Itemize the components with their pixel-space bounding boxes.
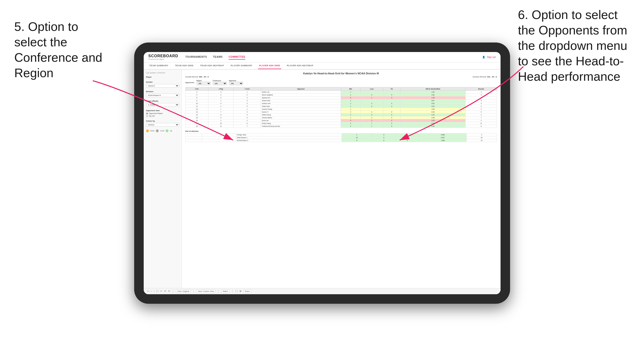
gender-section: Gender Women's (146, 81, 179, 88)
forward-icon[interactable]: › (154, 290, 154, 292)
radio-opponents-played[interactable]: Opponents Played (146, 113, 179, 115)
cell-diff: 4.00 (400, 102, 466, 105)
out-of-division-label: Out of division (185, 130, 497, 132)
cell-opponent: Alexis Sudjianto (261, 93, 341, 96)
share-btn[interactable]: Share (243, 290, 251, 293)
division-label: Division (146, 90, 179, 93)
cell-win: 2 (341, 110, 360, 113)
subnav-player-h2h-heatmap[interactable]: PLAYER H2H HEATMAP (286, 62, 314, 69)
grid-icon[interactable]: ⊞ (240, 290, 242, 292)
cell-conf (219, 139, 236, 142)
crop-icon[interactable]: ⛶ (156, 290, 158, 292)
cell-loss (360, 90, 383, 93)
cell-win: 0 (341, 96, 360, 99)
cell-loss: 0 (372, 136, 396, 139)
opponent-filter-select[interactable]: (All) (229, 82, 243, 85)
table-row: 20117Federica Domecq Lacroze2101.336 (185, 125, 497, 128)
out-of-division-row: Foreign Team1004.5002 (185, 133, 497, 136)
undo-icon[interactable]: ↩ (147, 290, 149, 292)
cell-tie: 0 (383, 113, 400, 116)
cell-diff: -3.00 (400, 108, 466, 110)
cell-loss: 2 (360, 110, 383, 113)
conference-filter-select[interactable]: (All) (213, 82, 227, 85)
player-section: Player (146, 76, 179, 78)
radio-dot-top100 (146, 115, 148, 117)
sub-navigation: TEAM SUMMARY TEAM H2H GRID TEAM H2H HEAT… (144, 62, 500, 70)
cell-reg: 2 (208, 93, 234, 96)
color-down (146, 129, 149, 132)
cell-diff: 7.400 (419, 139, 466, 142)
col-diff: Diff Av Strokes/Rnd (400, 87, 466, 90)
cell-reg: 3 (208, 96, 234, 99)
out-of-division-table: Foreign Team1004.5002NAIA Division 11500… (185, 133, 497, 142)
color-level-label: Level (160, 130, 164, 132)
nav-tournaments[interactable]: TOURNAMENTS (185, 54, 207, 60)
cell-diff: 3.33 (400, 105, 466, 108)
cell-loss (360, 108, 383, 110)
cell-rounds: 9 (466, 110, 497, 113)
cell-rounds: 7 (466, 116, 497, 119)
conference-filter-group: Conference (All) (213, 80, 227, 85)
watch-btn[interactable]: Watch (221, 290, 229, 293)
color-level (156, 129, 159, 132)
subnav-player-summary[interactable]: PLAYER SUMMARY (230, 62, 253, 69)
tablet-screen: SCOREBOARD Powered by clippd TOURNAMENTS… (144, 52, 500, 294)
back-icon[interactable]: ‹ (151, 290, 152, 292)
region-filter-select[interactable]: (All) (196, 82, 211, 85)
cell-div: 13 (185, 108, 208, 110)
cell-rounds: 3 (466, 96, 497, 99)
cell-reg: 6 (208, 102, 234, 105)
cell-loss: 0 (360, 93, 383, 96)
gender-select[interactable]: Women's (146, 84, 179, 88)
cell-div: 19 (185, 122, 208, 125)
refresh-icon[interactable]: ↺ (164, 290, 166, 292)
opponent-view-label: Opponent view (146, 110, 179, 112)
cell-rounds: 4 (466, 113, 497, 116)
view-original-btn[interactable]: View: Original (176, 290, 190, 293)
cell-div (185, 133, 202, 136)
cell-diff: 4.500 (419, 133, 466, 136)
colour-by-select[interactable]: Win/loss (146, 123, 179, 127)
division-select[interactable]: NCAA Division III (146, 94, 179, 97)
table-row: 914Sharon Mun13.673 (185, 99, 497, 102)
cell-rounds: 30 (466, 136, 497, 139)
cell-opponent: Eunice Yi (261, 110, 341, 113)
cell-rounds: 4 (466, 90, 497, 93)
cell-loss: 1 (360, 122, 383, 125)
nav-committee[interactable]: COMMITTEE (228, 54, 246, 60)
tablet-device: SCOREBOARD Powered by clippd TOURNAMENTS… (134, 42, 510, 304)
subnav-team-summary[interactable]: TEAM SUMMARY (148, 62, 170, 69)
cell-tie: 0 (383, 116, 400, 119)
cell-reg (202, 139, 219, 142)
cell-win: 15 (342, 136, 372, 139)
cell-diff: 4.00 (400, 93, 466, 96)
cell-rounds: 6 (466, 125, 497, 128)
col-div: # Div (185, 87, 208, 90)
color-up-label: Up (170, 130, 172, 132)
radio-top100[interactable]: Top 100 (146, 115, 179, 117)
table-row: 522Alexis Sudjianto1004.003 (185, 93, 497, 96)
nav-teams[interactable]: TEAMS (213, 54, 223, 60)
subnav-team-h2h-heatmap[interactable]: TEAM H2H HEATMAP (199, 62, 225, 69)
opponent-view-options: Opponents Played Top 100 (146, 113, 179, 117)
clock-icon[interactable]: ⏱ (168, 290, 170, 292)
subnav-player-h2h-grid[interactable]: PLAYER H2H GRID (258, 62, 281, 69)
cut-icon[interactable]: ✂ (160, 290, 162, 292)
sign-out-link[interactable]: Sign out (487, 56, 496, 58)
main-nav: TOURNAMENTS TEAMS COMMITTEE (185, 54, 475, 60)
cell-rounds: 10 (466, 139, 497, 142)
region-filter-group: Region (All) (196, 80, 211, 85)
table-row: 1822Euna Lee020-5.002 (185, 119, 497, 122)
cell-reg: 1 (208, 99, 234, 102)
overall-record: Overall Record: 353 - 34 - 6 (185, 76, 209, 78)
cell-conf: 3 (234, 96, 261, 99)
cell-win: 1 (341, 90, 360, 93)
subnav-team-h2h-grid[interactable]: TEAM H2H GRID (174, 62, 194, 69)
cell-reg: 2 (208, 119, 234, 122)
player-rank-select[interactable]: 8. Katelyn Vo (146, 103, 179, 107)
cell-loss: 1 (360, 125, 383, 128)
cell-reg: 3 (208, 90, 234, 93)
cell-opponent: Stella Cheng (261, 113, 341, 116)
save-custom-view-btn[interactable]: Save Custom View (196, 290, 215, 293)
expand-icon[interactable]: ⛶ (236, 290, 238, 292)
